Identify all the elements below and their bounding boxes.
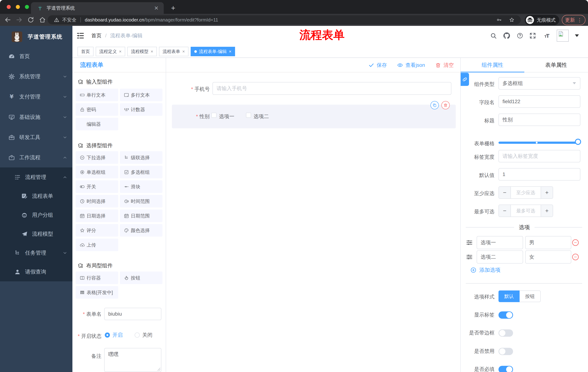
palette-item-cascader[interactable]: 级联选择 [120,151,162,164]
disabled-switch[interactable] [498,348,513,355]
palette-item-checkbox-group[interactable]: 多选框组 [120,166,162,178]
option-1-name-input[interactable] [477,236,523,249]
palette-item-date-picker[interactable]: 日期选择 [76,210,118,222]
clear-button[interactable]: 清空 [435,62,454,69]
gender-checkbox-1[interactable] [211,113,217,118]
with-border-switch[interactable] [498,329,513,337]
selected-component-gender[interactable]: 性别 选项一 选项二 [172,105,456,128]
palette-item-select[interactable]: 下拉选择 [76,151,118,164]
sidebar-item-system[interactable]: 系统管理 [0,66,73,87]
sidebar-item-payment[interactable]: ¥ 支付管理 [0,87,73,107]
drag-handle-icon[interactable] [466,239,473,246]
stepper-increase-button[interactable]: + [541,205,553,217]
reload-icon[interactable] [27,16,34,23]
sidebar-item-workflow[interactable]: 工作流程 [0,148,73,168]
palette-item-multi-text[interactable]: 多行文本 [120,89,162,101]
view-json-button[interactable]: 查看json [397,62,425,69]
max-select-placeholder[interactable]: 最多可选 [511,205,541,217]
title-input[interactable] [498,114,580,126]
copy-component-button[interactable] [430,101,439,109]
address-bar[interactable]: 不安全 dashboard.yudao.iocoder.cn/bpm/manag… [48,15,521,24]
component-type-select[interactable]: 多选框组 [498,77,580,90]
fullscreen-icon[interactable] [529,32,536,39]
status-radio-off[interactable]: 关闭 [135,332,152,339]
gender-option-2-label[interactable]: 选项二 [254,113,269,120]
tag-process-model[interactable]: 流程模型 × [127,47,157,56]
required-switch[interactable] [498,366,513,372]
remove-option-icon[interactable]: − [572,254,579,260]
avatar[interactable] [557,30,569,42]
remove-option-icon[interactable]: − [572,239,579,246]
palette-item-color-picker[interactable]: 颜色选择 [120,224,162,237]
browser-tab[interactable]: 芋道管理系统 ✕ [31,2,164,14]
key-icon[interactable] [496,17,502,22]
gender-checkbox-2[interactable] [246,113,251,118]
palette-item-single-text[interactable]: 单行文本 [76,89,118,101]
palette-item-time-picker[interactable]: 时间选择 [76,195,118,207]
tab-form-props[interactable]: 表单属性 [524,58,588,72]
delete-component-button[interactable] [441,101,450,109]
palette-item-time-range[interactable]: 时间范围 [120,195,162,207]
github-icon[interactable] [503,32,511,40]
option-2-value-input[interactable] [525,250,571,264]
home-icon[interactable] [39,16,46,23]
sidebar-collapse-icon[interactable] [76,32,84,40]
sidebar-item-infrastructure[interactable]: 基础设施 [0,107,73,127]
form-remark-textarea[interactable]: 嘿嘿 [104,348,161,372]
palette-item-table[interactable]: 表格[开发中] [76,286,118,299]
status-radio-on[interactable]: 开启 [105,332,123,339]
form-grid-slider[interactable] [498,142,577,144]
palette-item-slider[interactable]: 滑块 [120,180,162,193]
palette-item-counter[interactable]: 123计数器 [120,103,162,116]
forward-icon[interactable] [16,16,22,23]
option-style-button-button[interactable]: 按钮 [520,290,541,302]
drag-handle-icon[interactable] [466,253,473,261]
back-icon[interactable] [4,16,11,23]
sidebar-item-task-management[interactable]: 任务管理 [0,244,73,262]
tag-process-definition[interactable]: 流程定义 × [96,47,125,56]
browser-update-button[interactable]: 更新 ⋮ [562,15,586,25]
palette-item-switch[interactable]: 开关 [76,180,118,193]
breadcrumb-home[interactable]: 首页 [91,32,102,39]
palette-item-button[interactable]: 按钮 [120,272,162,284]
sidebar-item-devtools[interactable]: 研发工具 [0,127,73,148]
tag-close-icon[interactable]: × [151,49,153,54]
tag-close-icon[interactable]: × [119,49,122,54]
palette-item-password[interactable]: 密码 [76,103,118,116]
palette-item-radio-group[interactable]: 单选框组 [76,166,118,178]
add-option-button[interactable]: 添加选项 [470,266,501,274]
sidebar-item-process-form[interactable]: 流程表单 [0,187,73,206]
option-1-value-input[interactable] [525,236,571,249]
tag-process-form[interactable]: 流程表单 × [159,47,189,56]
window-zoom-button[interactable] [25,5,29,9]
search-icon[interactable] [490,32,497,39]
palette-item-rate[interactable]: 评分 [76,224,118,237]
sidebar-item-process-management[interactable]: 流程管理 [0,168,73,187]
stepper-decrease-button[interactable]: − [499,187,511,198]
new-tab-button[interactable]: + [169,4,177,12]
tab-close-icon[interactable]: ✕ [154,5,159,11]
tag-close-icon[interactable]: × [229,49,231,54]
palette-item-upload[interactable]: 上传 [76,239,118,251]
window-minimize-button[interactable] [16,5,20,9]
slider-handle[interactable] [575,139,581,145]
save-button[interactable]: 保存 [368,62,387,69]
default-value-input[interactable] [498,168,580,181]
tag-close-icon[interactable]: × [182,49,185,54]
palette-item-date-range[interactable]: 日期范围 [120,210,162,222]
stepper-increase-button[interactable]: + [541,187,553,198]
bookmark-star-icon[interactable] [509,17,514,22]
warning-icon[interactable] [54,17,59,22]
sidebar-item-user-group[interactable]: 用户分组 [0,206,73,224]
label-width-input[interactable] [498,150,580,162]
font-size-icon[interactable]: TT [542,32,551,39]
tab-component-props[interactable]: 组件属性 [461,58,524,72]
kebab-menu-icon[interactable]: ⋮ [577,17,582,23]
caret-down-icon[interactable] [575,34,579,37]
palette-item-row-container[interactable]: 行容器 [76,272,118,284]
sidebar-logo[interactable]: 芋道管理系统 [0,27,73,46]
option-2-name-input[interactable] [477,250,523,264]
help-icon[interactable] [517,32,523,39]
tag-process-form-edit[interactable]: 流程表单-编辑 × [191,47,235,56]
phone-field-input[interactable] [212,82,451,95]
